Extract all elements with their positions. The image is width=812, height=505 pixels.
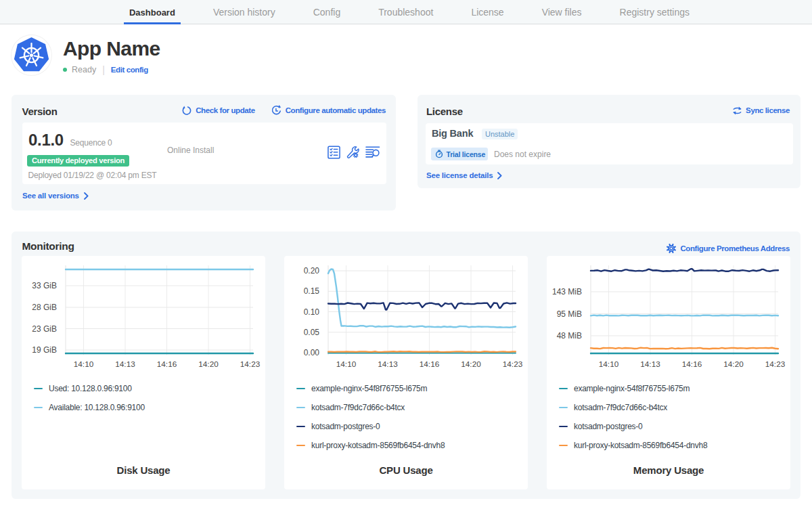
svg-text:14:23: 14:23 xyxy=(765,359,786,369)
svg-text:48 MiB: 48 MiB xyxy=(557,331,582,341)
svg-text:0.20: 0.20 xyxy=(304,266,320,276)
svg-text:0.15: 0.15 xyxy=(304,286,320,296)
svg-text:143 MiB: 143 MiB xyxy=(552,287,582,297)
svg-text:14:23: 14:23 xyxy=(240,359,261,369)
svg-text:28 GiB: 28 GiB xyxy=(32,303,57,312)
svg-text:14:10: 14:10 xyxy=(599,359,619,369)
svg-text:14:20: 14:20 xyxy=(723,359,744,369)
svg-text:23 GiB: 23 GiB xyxy=(32,324,57,334)
svg-text:14:10: 14:10 xyxy=(336,359,357,369)
svg-text:14:20: 14:20 xyxy=(461,359,481,369)
svg-text:14:23: 14:23 xyxy=(503,359,523,369)
svg-text:19 GiB: 19 GiB xyxy=(32,345,57,355)
svg-text:14:13: 14:13 xyxy=(640,359,660,369)
svg-text:14:10: 14:10 xyxy=(74,359,94,369)
svg-text:95 MiB: 95 MiB xyxy=(557,309,582,319)
svg-text:0.10: 0.10 xyxy=(304,307,320,317)
svg-text:14:16: 14:16 xyxy=(157,359,177,369)
svg-text:14:13: 14:13 xyxy=(378,359,398,369)
svg-text:0.05: 0.05 xyxy=(304,328,320,337)
svg-text:33 GiB: 33 GiB xyxy=(32,281,57,290)
svg-text:14:16: 14:16 xyxy=(682,359,702,369)
svg-text:14:20: 14:20 xyxy=(198,359,219,369)
svg-text:14:16: 14:16 xyxy=(420,359,440,369)
svg-text:0.00: 0.00 xyxy=(304,348,320,357)
svg-text:14:13: 14:13 xyxy=(115,359,135,369)
